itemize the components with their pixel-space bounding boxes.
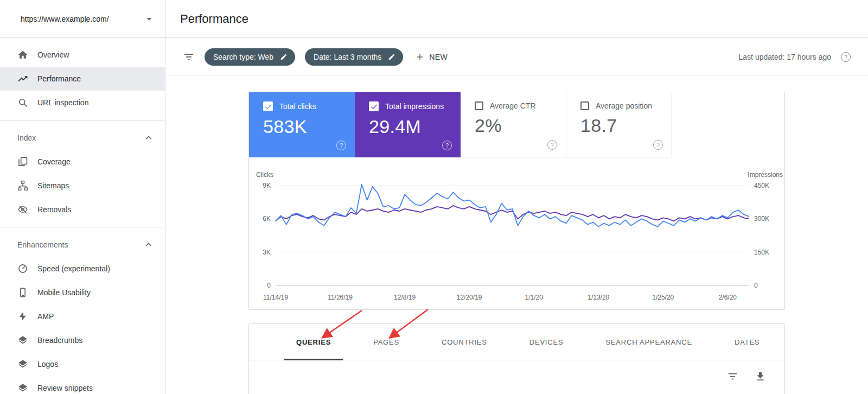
visibility-off-icon xyxy=(17,204,28,215)
main-area: Performance Search type: Web Date: Last … xyxy=(165,0,868,394)
edit-icon xyxy=(280,53,288,61)
search-console-app: https://www.example.com/ Overview Perfor… xyxy=(0,0,868,394)
help-icon[interactable]: ? xyxy=(653,140,663,150)
svg-text:1/25/20: 1/25/20 xyxy=(652,294,674,301)
help-icon[interactable]: ? xyxy=(442,141,452,150)
sidebar-item-overview[interactable]: Overview xyxy=(0,43,165,67)
sidebar-item-coverage[interactable]: Coverage xyxy=(0,150,165,174)
download-icon[interactable] xyxy=(755,371,766,382)
svg-text:12/8/19: 12/8/19 xyxy=(394,294,416,301)
chevron-down-icon xyxy=(143,13,155,25)
metric-tiles: Total clicks 583K ? Total impressions 29… xyxy=(249,92,784,157)
layers-icon xyxy=(17,383,28,393)
metric-tile-total-clicks[interactable]: Total clicks 583K ? xyxy=(249,92,355,157)
chart-container: 003K150K6K300K9K450KClicksImpressions11/… xyxy=(249,157,784,309)
last-updated-text: Last updated: 17 hours ago xyxy=(739,53,831,61)
home-icon xyxy=(17,49,28,60)
sidebar-section-enhancements[interactable]: Enhancements xyxy=(0,233,165,257)
sidebar-nav: Overview Performance URL inspection Inde… xyxy=(0,38,165,394)
svg-text:150K: 150K xyxy=(754,249,769,256)
sidebar-item-label: Breadcrumbs xyxy=(37,336,82,345)
content-area: Total clicks 583K ? Total impressions 29… xyxy=(165,76,868,394)
sidebar-item-logos[interactable]: Logos xyxy=(0,352,165,376)
tab-queries[interactable]: QUERIES xyxy=(284,324,343,360)
sidebar-item-review-snippets[interactable]: Review snippets xyxy=(0,376,165,394)
metric-label: Average CTR xyxy=(490,101,536,110)
speed-icon xyxy=(17,263,28,274)
sidebar-item-sitemaps[interactable]: Sitemaps xyxy=(0,174,165,198)
sidebar-item-label: URL inspection xyxy=(37,98,88,107)
performance-card: Total clicks 583K ? Total impressions 29… xyxy=(248,92,785,310)
svg-text:11/26/19: 11/26/19 xyxy=(328,294,353,301)
help-icon[interactable]: ? xyxy=(841,52,851,62)
tile-filler xyxy=(672,92,784,157)
search-type-chip[interactable]: Search type: Web xyxy=(205,48,295,66)
sidebar-item-amp[interactable]: AMP xyxy=(0,304,165,328)
sidebar-item-label: Mobile Usability xyxy=(37,288,91,297)
help-icon[interactable]: ? xyxy=(336,141,346,150)
date-range-chip[interactable]: Date: Last 3 months xyxy=(305,48,403,66)
sidebar-item-label: Logos xyxy=(37,360,58,368)
svg-text:6K: 6K xyxy=(263,215,271,223)
performance-chart[interactable]: 003K150K6K300K9K450KClicksImpressions11/… xyxy=(250,169,785,305)
checkbox-checked-icon[interactable] xyxy=(263,101,273,111)
tab-search-appearance[interactable]: SEARCH APPEARANCE xyxy=(593,324,704,360)
section-header-label: Enhancements xyxy=(17,240,68,249)
sidebar-item-speed[interactable]: Speed (experimental) xyxy=(0,257,165,281)
dimensions-card: QUERIES PAGES COUNTRIES DEVICES SEARCH A… xyxy=(248,323,785,394)
sidebar-item-removals[interactable]: Removals xyxy=(0,198,165,221)
plus-icon xyxy=(415,52,425,62)
property-selector[interactable]: https://www.example.com/ xyxy=(0,0,165,38)
metric-value: 2% xyxy=(475,115,557,136)
new-filter-button[interactable]: NEW xyxy=(415,52,448,62)
svg-text:11/14/19: 11/14/19 xyxy=(263,294,288,301)
sidebar-item-label: Overview xyxy=(37,50,69,59)
sidebar-item-breadcrumbs[interactable]: Breadcrumbs xyxy=(0,328,165,352)
sidebar-item-label: Coverage xyxy=(37,157,71,166)
checkbox-unchecked-icon[interactable] xyxy=(580,101,589,110)
svg-text:Impressions: Impressions xyxy=(748,171,783,179)
filter-icon[interactable] xyxy=(727,371,738,382)
sidebar-divider xyxy=(0,120,165,120)
metric-label: Average position xyxy=(596,101,652,110)
property-url: https://www.example.com/ xyxy=(21,15,109,23)
metric-tile-total-impressions[interactable]: Total impressions 29.4M ? xyxy=(355,92,461,157)
sidebar-item-label: Performance xyxy=(37,74,81,83)
mobile-icon xyxy=(17,287,28,298)
checkbox-checked-icon[interactable] xyxy=(369,101,379,111)
metric-label: Total clicks xyxy=(279,102,316,111)
page-title: Performance xyxy=(180,12,248,26)
svg-text:300K: 300K xyxy=(754,215,769,223)
sidebar-item-performance[interactable]: Performance xyxy=(0,67,165,91)
svg-text:1/1/20: 1/1/20 xyxy=(525,294,543,301)
tab-pages[interactable]: PAGES xyxy=(361,324,411,360)
table-toolbar xyxy=(249,360,784,392)
tab-devices[interactable]: DEVICES xyxy=(518,324,576,360)
svg-text:0: 0 xyxy=(267,282,271,289)
metric-value: 29.4M xyxy=(369,116,452,137)
trending-up-icon xyxy=(17,73,28,84)
metric-tile-average-ctr[interactable]: Average CTR 2% ? xyxy=(461,92,566,157)
checkbox-unchecked-icon[interactable] xyxy=(475,101,483,110)
new-button-label: NEW xyxy=(429,53,448,61)
sidebar-item-label: Speed (experimental) xyxy=(37,264,110,273)
chevron-up-icon xyxy=(143,132,154,143)
sidebar-section-index[interactable]: Index xyxy=(0,126,165,150)
tab-dates[interactable]: DATES xyxy=(723,324,771,360)
sidebar-item-mobile-usability[interactable]: Mobile Usability xyxy=(0,281,165,304)
svg-text:9K: 9K xyxy=(263,182,271,189)
lightning-icon xyxy=(17,311,28,322)
svg-text:0: 0 xyxy=(754,282,758,289)
sidebar-item-label: Review snippets xyxy=(37,384,93,392)
filter-icon[interactable] xyxy=(183,51,195,63)
metric-label: Total impressions xyxy=(385,102,444,111)
tab-countries[interactable]: COUNTRIES xyxy=(430,324,499,360)
search-icon xyxy=(17,97,28,108)
page-header: Performance xyxy=(165,0,868,38)
svg-text:3K: 3K xyxy=(263,249,271,256)
chip-label: Date: Last 3 months xyxy=(314,53,381,61)
metric-tile-average-position[interactable]: Average position 18.7 ? xyxy=(566,92,672,157)
sidebar-item-url-inspection[interactable]: URL inspection xyxy=(0,91,165,115)
help-icon[interactable]: ? xyxy=(547,140,557,150)
sidebar: https://www.example.com/ Overview Perfor… xyxy=(0,0,165,394)
